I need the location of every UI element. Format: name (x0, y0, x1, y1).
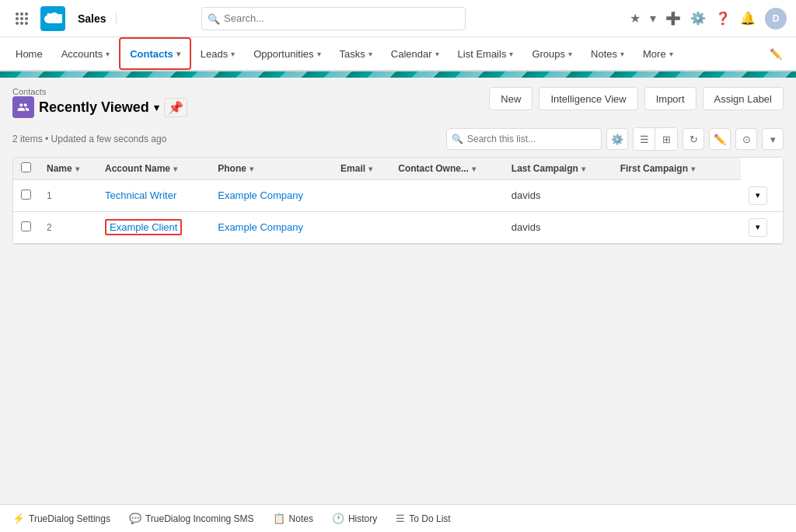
nav-item-notes[interactable]: Notes ▾ (581, 37, 634, 70)
truedialog-sms-label: TrueDialog Incoming SMS (145, 513, 254, 524)
row-owner-2: davids (504, 211, 613, 243)
select-all-checkbox-header[interactable] (13, 158, 39, 180)
nav-bar: Home Accounts ▾ Contacts ▾ Leads ▾ Oppor… (0, 37, 796, 71)
status-item-todo[interactable]: ☰ To Do List (396, 513, 450, 524)
nav-item-accounts[interactable]: Accounts ▾ (52, 37, 119, 70)
svg-point-0 (16, 12, 19, 16)
chevron-down-icon: ▾ (620, 50, 624, 58)
table-row: 2 Example Client Example Company davids … (13, 211, 783, 243)
col-header-email[interactable]: Email▾ (333, 158, 390, 180)
favorites-icon[interactable]: ★ (630, 11, 641, 26)
nav-item-leads[interactable]: Leads ▾ (191, 37, 244, 70)
row-name-1[interactable]: Technical Writer (97, 180, 210, 212)
search-icon: 🔍 (452, 134, 463, 144)
top-bar-actions: ★ ▾ ➕ ⚙️ ❓ 🔔 D (630, 8, 787, 30)
kanban-view-icon[interactable]: ⊞ (655, 128, 677, 150)
svg-point-8 (25, 22, 28, 25)
list-header: Contacts Recently Viewed ▾ 📌 New Intelli… (12, 87, 784, 121)
filter-icon-btn[interactable]: ⊙ (735, 128, 757, 150)
col-header-last-campaign[interactable]: Last Campaign▾ (504, 158, 613, 180)
global-search-input[interactable] (201, 7, 466, 30)
new-button[interactable]: New (489, 87, 532, 110)
list-icon (12, 96, 34, 118)
status-item-history[interactable]: 🕐 History (332, 513, 377, 524)
row-phone-1 (333, 180, 390, 212)
nav-item-tasks[interactable]: Tasks ▾ (330, 37, 382, 70)
history-label: History (348, 513, 377, 524)
row-action-1[interactable]: ▾ (741, 180, 783, 212)
edit-icon-btn[interactable]: ✏️ (709, 128, 731, 150)
notes-label: Notes (289, 513, 313, 524)
nav-item-more[interactable]: More ▾ (634, 37, 683, 70)
col-header-actions (722, 158, 741, 180)
chevron-down-icon: ▾ (568, 50, 572, 58)
table-view-icon[interactable]: ☰ (634, 128, 655, 150)
svg-point-3 (16, 17, 19, 20)
more-filters-icon-btn[interactable]: ▾ (762, 128, 784, 150)
sort-icon-account: ▾ (173, 165, 177, 173)
sort-icon-name: ▾ (75, 165, 79, 173)
nav-label-opportunities: Opportunities (253, 48, 313, 60)
nav-edit-icon[interactable]: ✏️ (762, 37, 790, 70)
help-icon[interactable]: ❓ (715, 11, 731, 26)
row-owner-1: davids (504, 180, 613, 212)
svg-point-4 (20, 17, 23, 20)
list-title: Recently Viewed ▾ 📌 (12, 96, 187, 118)
nav-label-contacts: Contacts (130, 48, 173, 60)
row-account-2[interactable]: Example Company (210, 211, 333, 243)
nav-item-calendar[interactable]: Calendar ▾ (382, 37, 449, 70)
avatar[interactable]: D (765, 8, 787, 30)
list-search-input[interactable] (446, 128, 602, 150)
row-checkbox-2[interactable] (13, 211, 39, 243)
nav-item-groups[interactable]: Groups ▾ (522, 37, 581, 70)
col-header-phone[interactable]: Phone▾ (210, 158, 333, 180)
row-last-campaign-1 (613, 180, 722, 212)
add-icon[interactable]: ➕ (665, 11, 681, 26)
row-action-btn-2[interactable]: ▾ (749, 218, 767, 237)
nav-item-contacts[interactable]: Contacts ▾ (119, 37, 191, 70)
list-search-box: 🔍 (446, 128, 602, 150)
app-launcher-icon[interactable] (9, 6, 34, 31)
intelligence-view-button[interactable]: Intelligence View (539, 87, 637, 110)
nav-item-opportunities[interactable]: Opportunities ▾ (244, 37, 330, 70)
col-header-name[interactable]: Name▾ (39, 158, 97, 180)
favorites-dropdown-icon[interactable]: ▾ (650, 11, 656, 26)
row-email-1 (390, 180, 504, 212)
nav-item-list-emails[interactable]: List Emails ▾ (449, 37, 523, 70)
top-bar: Sales 🔍 ★ ▾ ➕ ⚙️ ❓ 🔔 D (0, 0, 796, 37)
refresh-icon-btn[interactable]: ↻ (683, 128, 704, 150)
nav-item-home[interactable]: Home (6, 37, 52, 70)
notifications-icon[interactable]: 🔔 (740, 11, 756, 26)
status-item-truedialog-settings[interactable]: ⚡ TrueDialog Settings (12, 513, 110, 524)
pin-icon[interactable]: 📌 (164, 98, 187, 117)
col-header-contact-owner[interactable]: Contact Owne...▾ (390, 158, 504, 180)
nav-label-home: Home (16, 48, 43, 60)
row-account-1[interactable]: Example Company (210, 180, 333, 212)
chevron-down-icon: ▾ (317, 50, 321, 58)
list-dropdown-icon[interactable]: ▾ (154, 102, 159, 113)
col-header-first-campaign[interactable]: First Campaign▾ (613, 158, 722, 180)
row-action-btn-1[interactable]: ▾ (749, 186, 767, 205)
teal-decorative-strip (0, 71, 796, 78)
truedialog-settings-icon: ⚡ (12, 513, 25, 524)
svg-point-5 (25, 17, 28, 20)
row-name-2[interactable]: Example Client (97, 211, 210, 243)
setup-icon[interactable]: ⚙️ (690, 11, 706, 26)
settings-icon-btn[interactable]: ⚙️ (606, 128, 628, 150)
status-item-notes[interactable]: 📋 Notes (273, 513, 313, 524)
nav-label-notes: Notes (591, 48, 617, 60)
chevron-down-icon: ▾ (509, 50, 513, 58)
chevron-down-icon: ▾ (669, 50, 673, 58)
assign-label-button[interactable]: Assign Label (703, 87, 784, 110)
col-header-account-name[interactable]: Account Name▾ (97, 158, 210, 180)
status-item-truedialog-sms[interactable]: 💬 TrueDialog Incoming SMS (129, 513, 254, 524)
row-first-campaign-2 (722, 211, 741, 243)
row-checkbox-1[interactable] (13, 180, 39, 212)
table-header-row: Name▾ Account Name▾ Phone▾ Email▾ Contac… (13, 158, 783, 180)
table-container: Name▾ Account Name▾ Phone▾ Email▾ Contac… (12, 157, 784, 245)
row-action-2[interactable]: ▾ (741, 211, 783, 243)
svg-point-7 (20, 22, 23, 25)
list-title-section: Contacts Recently Viewed ▾ 📌 (12, 87, 187, 121)
status-bar: ⚡ TrueDialog Settings 💬 TrueDialog Incom… (0, 504, 796, 532)
import-button[interactable]: Import (644, 87, 696, 110)
